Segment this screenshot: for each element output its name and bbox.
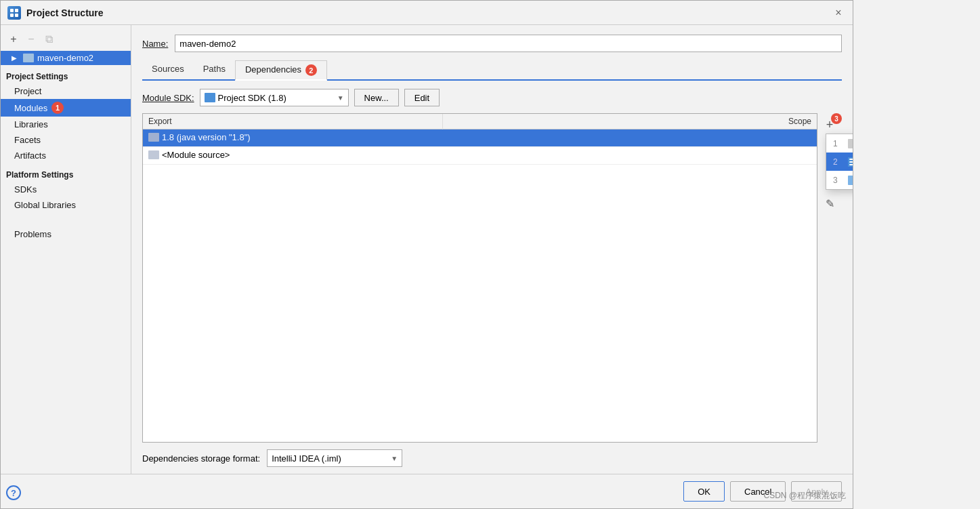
tree-item-maven-demo2[interactable]: ▶ maven-demo2 — [1, 51, 131, 65]
bottom-bar: OK Cancel Apply — [1, 474, 853, 508]
module-dep-icon — [848, 176, 853, 185]
sdk-edit-button[interactable]: Edit — [404, 89, 440, 106]
ok-button[interactable]: OK — [683, 481, 725, 502]
remove-module-button[interactable]: − — [24, 32, 39, 47]
tab-paths[interactable]: Paths — [194, 60, 235, 79]
sidebar-item-libraries[interactable]: Libraries — [1, 117, 131, 132]
deps-table-container: Export Scope 1.8 (java version "1.8") — [142, 113, 817, 443]
dropdown-num-1: 1 — [833, 139, 843, 148]
svg-rect-1 — [15, 9, 18, 12]
deps-right-toolbar: + 3 1 JARs or directories... 2 — [817, 113, 842, 443]
dependencies-tab-badge: 2 — [305, 64, 317, 76]
app-icon — [7, 6, 21, 20]
name-row: Name: — [142, 35, 842, 52]
sdk-select[interactable]: Project SDK (1.8) ▼ — [200, 89, 349, 106]
modules-badge: 1 — [51, 102, 64, 114]
col-scope: Scope — [442, 114, 817, 129]
project-settings-header: Project Settings — [1, 65, 131, 83]
storage-label: Dependencies storage format: — [142, 453, 260, 464]
dropdown-item-library[interactable]: 2 Library... 4 — [826, 152, 853, 171]
table-row[interactable]: 1.8 (java version "1.8") — [143, 129, 817, 147]
name-input[interactable] — [175, 35, 842, 52]
title-bar: Project Structure × — [1, 1, 853, 25]
svg-rect-2 — [10, 14, 14, 17]
dialog-title: Project Structure — [26, 7, 104, 18]
sidebar-item-modules[interactable]: Modules 1 — [1, 99, 131, 117]
deps-area: Export Scope 1.8 (java version "1.8") — [142, 113, 842, 443]
add-module-button[interactable]: + — [6, 32, 21, 47]
dep-folder-icon — [148, 150, 159, 159]
sidebar-item-facets[interactable]: Facets — [1, 132, 131, 148]
add-button-badge: 3 — [831, 113, 842, 124]
sidebar-item-problems[interactable]: Problems — [1, 226, 131, 242]
svg-rect-0 — [10, 9, 14, 12]
storage-row: Dependencies storage format: IntelliJ ID… — [142, 443, 842, 474]
table-row[interactable]: <Module source> — [143, 147, 817, 165]
help-button[interactable]: ? — [6, 485, 21, 500]
sdk-icon — [205, 93, 215, 102]
tab-dependencies[interactable]: Dependencies 2 — [235, 60, 327, 81]
name-label: Name: — [142, 39, 168, 49]
add-dropdown-menu: 1 JARs or directories... 2 Library... — [826, 134, 853, 190]
cancel-button[interactable]: Cancel — [730, 481, 786, 502]
dropdown-item-module-dep[interactable]: 3 Module Dependency... — [826, 171, 853, 189]
sidebar-item-sdks[interactable]: SDKs — [1, 182, 131, 197]
dropdown-item-jars[interactable]: 1 JARs or directories... — [826, 134, 853, 152]
dep-folder-icon — [148, 133, 159, 142]
tabs: Sources Paths Dependencies 2 — [142, 60, 842, 81]
sidebar: + − ⧉ ▶ maven-demo2 Project Settings Pro… — [1, 25, 131, 474]
add-dependency-area: + 3 1 JARs or directories... 2 — [820, 116, 839, 134]
col-export: Export — [143, 114, 442, 129]
close-button[interactable]: × — [831, 5, 846, 20]
sdk-dropdown-arrow: ▼ — [337, 94, 344, 102]
sidebar-item-global-libraries[interactable]: Global Libraries — [1, 197, 131, 213]
tree-item-label: maven-demo2 — [37, 53, 93, 63]
deps-table: Export Scope 1.8 (java version "1.8") — [143, 114, 817, 165]
sidebar-item-artifacts[interactable]: Artifacts — [1, 148, 131, 163]
main-panel: Name: Sources Paths Dependencies 2 Modul… — [131, 25, 853, 474]
copy-module-button[interactable]: ⧉ — [41, 32, 56, 47]
sdk-row: Module SDK: Project SDK (1.8) ▼ New... E… — [142, 89, 842, 106]
edit-dependency-button[interactable]: ✎ — [820, 195, 839, 212]
module-folder-icon — [23, 54, 34, 62]
sidebar-item-project[interactable]: Project — [1, 83, 131, 99]
platform-settings-header: Platform Settings — [1, 163, 131, 182]
dep-row-cell: <Module source> — [143, 147, 817, 165]
dropdown-num-3: 3 — [833, 176, 843, 185]
svg-rect-3 — [15, 14, 18, 17]
sdk-label: Module SDK: — [142, 93, 194, 103]
library-icon — [848, 157, 853, 167]
tab-sources[interactable]: Sources — [142, 60, 194, 79]
tree-arrow: ▶ — [12, 54, 20, 62]
storage-select[interactable]: IntelliJ IDEA (.iml) ▼ — [267, 449, 402, 467]
sdk-new-button[interactable]: New... — [354, 89, 399, 106]
dropdown-num-2: 2 — [833, 157, 843, 167]
sidebar-toolbar: + − ⧉ — [1, 30, 131, 51]
storage-arrow: ▼ — [391, 455, 398, 462]
dep-row-cell: 1.8 (java version "1.8") — [143, 129, 817, 147]
jars-icon — [848, 139, 853, 148]
apply-button[interactable]: Apply — [791, 481, 842, 502]
